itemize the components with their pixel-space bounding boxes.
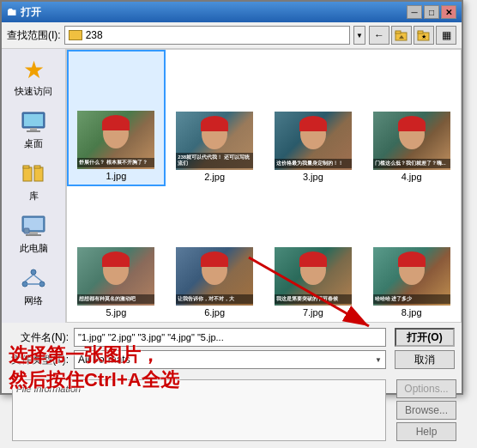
file-name: 8.jpg: [402, 307, 422, 318]
cancel-button[interactable]: 取消: [395, 350, 455, 369]
open-button[interactable]: 打开(O): [395, 328, 455, 347]
help-button[interactable]: Help: [396, 422, 456, 441]
location-label: 查找范围(I):: [7, 28, 61, 43]
titlebar: 🖿 打开 ─ □ ✕: [2, 2, 462, 22]
svg-line-21: [25, 275, 33, 282]
file-item[interactable]: 我这是第要突破的节节春候7.jpg: [264, 186, 363, 323]
titlebar-icon: 🖿: [7, 6, 17, 18]
svg-text:★: ★: [421, 33, 426, 39]
cancel-button-container: 取消: [391, 350, 455, 369]
sidebar-item-network[interactable]: 网络: [8, 265, 59, 307]
file-grid: 舒展什么？ 根本展不开胸了？1.jpg238就可以代代我！ 还可以写统流们2.j…: [66, 49, 462, 323]
file-item[interactable]: 这价格最为我量身定制的！！3.jpg: [264, 50, 363, 186]
file-name: 7.jpg: [303, 307, 323, 318]
location-dropdown[interactable]: ▼: [353, 26, 365, 45]
svg-rect-16: [26, 234, 41, 236]
file-item[interactable]: 想想都有种莫名的激动吧5.jpg: [67, 186, 166, 323]
options-button[interactable]: Options...: [396, 379, 456, 398]
sidebar-item-quick-access[interactable]: ★ 快速访问: [8, 56, 59, 98]
svg-rect-17: [24, 228, 29, 233]
svg-rect-6: [24, 114, 43, 126]
action-buttons: 打开(O): [391, 328, 455, 347]
svg-rect-7: [30, 128, 37, 130]
browse-button[interactable]: Browse...: [396, 401, 456, 420]
file-name: 2.jpg: [204, 172, 225, 182]
titlebar-buttons: ─ □ ✕: [407, 5, 456, 19]
file-item[interactable]: 让我告诉你，对不对，大6.jpg: [166, 186, 264, 323]
location-bar: 查找范围(I): 238 ▼ ← ★ ▦: [2, 22, 462, 48]
close-button[interactable]: ✕: [441, 5, 456, 19]
file-name: 3.jpg: [303, 172, 323, 182]
svg-rect-8: [27, 130, 40, 132]
sidebar: ★ 快速访问 桌面: [2, 49, 66, 323]
svg-rect-11: [34, 167, 43, 181]
filename-label: 文件名(N):: [9, 330, 69, 345]
up-folder-button[interactable]: [391, 26, 412, 45]
titlebar-title: 打开: [21, 5, 407, 20]
library-icon: [20, 160, 47, 188]
file-name: 4.jpg: [402, 172, 422, 182]
star-icon: ★: [20, 56, 47, 83]
svg-rect-10: [23, 166, 29, 168]
filename-input[interactable]: [74, 328, 386, 347]
file-name: 1.jpg: [106, 171, 126, 181]
minimize-button[interactable]: ─: [407, 5, 422, 19]
bottom-section: 文件名(N): 打开(O) 文件类型(T): All Formats ▼ 取消: [2, 323, 462, 378]
svg-rect-15: [29, 232, 38, 234]
back-button[interactable]: ←: [369, 26, 389, 45]
location-path: 238: [86, 29, 346, 41]
filetype-value: All Formats: [78, 354, 130, 366]
file-item[interactable]: 舒展什么？ 根本展不开胸了？1.jpg: [67, 50, 166, 186]
sidebar-item-this-pc[interactable]: 此电脑: [8, 213, 59, 255]
pc-icon: [20, 213, 47, 240]
toolbar-buttons: ← ★ ▦: [369, 26, 456, 45]
file-item[interactable]: 哈哈哈 进了多少8.jpg: [362, 186, 461, 323]
network-icon: [20, 265, 47, 293]
sidebar-label-library: 库: [29, 190, 39, 203]
filetype-combo[interactable]: All Formats ▼: [74, 350, 386, 369]
file-name: 6.jpg: [204, 307, 225, 318]
new-folder-button[interactable]: ★: [414, 26, 434, 45]
content-area: ★ 快速访问 桌面: [2, 48, 462, 323]
svg-point-18: [31, 269, 36, 275]
desktop-icon: [20, 108, 47, 136]
svg-rect-9: [23, 167, 32, 181]
file-item[interactable]: 门槛这么低？我们就差了？嗨...4.jpg: [362, 50, 461, 186]
svg-line-22: [33, 275, 42, 282]
filetype-row: 文件类型(T): All Formats ▼ 取消: [9, 350, 455, 369]
open-file-dialog: 🖿 打开 ─ □ ✕ 查找范围(I): 238 ▼ ←: [0, 0, 463, 395]
sidebar-item-desktop[interactable]: 桌面: [8, 108, 59, 150]
filename-row: 文件名(N): 打开(O): [9, 328, 455, 347]
file-info-section: File information: [12, 379, 386, 441]
sidebar-label-network: 网络: [24, 294, 43, 307]
file-action-buttons: Options... Browse... Help: [396, 379, 456, 441]
file-name: 5.jpg: [106, 307, 126, 318]
folder-icon: [69, 30, 82, 40]
sidebar-label-desktop: 桌面: [24, 137, 43, 150]
svg-rect-1: [395, 31, 401, 33]
sidebar-label-this-pc: 此电脑: [20, 242, 48, 255]
file-info-label: File information: [16, 384, 382, 394]
location-combo[interactable]: 238: [64, 26, 350, 45]
sidebar-label-quick-access: 快速访问: [15, 85, 52, 98]
sidebar-item-library[interactable]: 库: [8, 160, 59, 203]
filetype-dropdown-arrow: ▼: [375, 356, 382, 364]
maximize-button[interactable]: □: [424, 5, 439, 19]
file-info-area: File information Options... Browse... He…: [2, 378, 462, 446]
file-item[interactable]: 238就可以代代我！ 还可以写统流们2.jpg: [166, 50, 264, 186]
svg-rect-12: [34, 166, 40, 168]
filetype-label: 文件类型(T):: [9, 353, 69, 367]
view-button[interactable]: ▦: [436, 26, 456, 45]
